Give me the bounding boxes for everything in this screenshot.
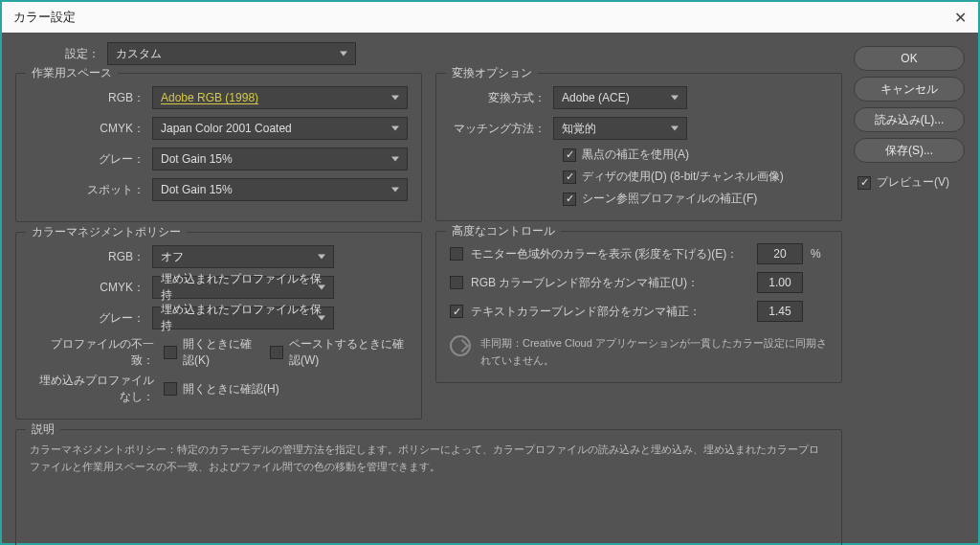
scene-checkbox[interactable] (563, 193, 576, 206)
rgb-gamma-label: RGB カラーブレンド部分をガンマ補正(U)： (471, 275, 749, 291)
sync-icon (450, 335, 471, 356)
bpc-label: 黒点の補正を使用(A) (582, 147, 689, 163)
missing-label: 埋め込みプロファイルなし： (30, 373, 154, 405)
policy-cmyk-label: CMYK： (30, 280, 145, 296)
policy-cmyk-select[interactable]: 埋め込まれたプロファイルを保持 (152, 276, 334, 299)
engine-label: 変換方式： (450, 90, 546, 106)
dither-checkbox[interactable] (563, 170, 576, 184)
ask-open2-label: 開くときに確認(H) (183, 381, 279, 397)
dither-label: ディザの使用(D) (8-bit/チャンネル画像) (582, 169, 784, 185)
text-gamma-label: テキストカラーブレンド部分をガンマ補正： (471, 304, 749, 320)
save-button[interactable]: 保存(S)... (854, 138, 965, 163)
advanced-title: 高度なコントロール (446, 223, 561, 239)
cancel-button[interactable]: キャンセル (854, 77, 965, 102)
scene-label: シーン参照プロファイルの補正(F) (582, 191, 757, 207)
ask-open-label: 開くときに確認(K) (183, 336, 260, 369)
rgb-gamma-input[interactable] (757, 272, 803, 293)
ask-paste-checkbox[interactable] (270, 346, 283, 359)
convert-fieldset: 変換オプション 変換方式： Adobe (ACE) マッチング方法： 知覚的 黒… (435, 73, 842, 221)
percent-unit: % (811, 247, 828, 261)
gray-select[interactable]: Dot Gain 15% (152, 148, 408, 170)
spot-label: スポット： (30, 182, 145, 198)
color-settings-dialog: カラー設定 ✕ 設定： カスタム 作業用スペース RGB： Adobe RGB … (0, 0, 980, 545)
mismatch-label: プロファイルの不一致： (30, 336, 154, 369)
rgb-select[interactable]: Adobe RGB (1998) (152, 86, 408, 109)
advanced-fieldset: 高度なコントロール モニター色域外のカラーを表示 (彩度を下げる)(E)： % … (435, 231, 842, 383)
policy-fieldset: カラーマネジメントポリシー RGB： オフ CMYK： 埋め込まれたプロファイル… (15, 232, 422, 420)
sync-text: 非同期：Creative Cloud アプリケーションが一貫したカラー設定に同期… (480, 335, 828, 369)
spot-select[interactable]: Dot Gain 15% (152, 178, 408, 201)
rgb-label: RGB： (30, 90, 145, 106)
ask-open2-checkbox[interactable] (164, 382, 177, 396)
titlebar: カラー設定 ✕ (2, 2, 978, 33)
rgb-gamma-checkbox[interactable] (450, 276, 463, 289)
policy-rgb-label: RGB： (30, 249, 145, 265)
bpc-checkbox[interactable] (563, 148, 576, 162)
gray-label: グレー： (30, 151, 145, 168)
text-gamma-input[interactable] (757, 301, 803, 322)
desat-checkbox[interactable] (450, 247, 463, 261)
text-gamma-checkbox[interactable] (450, 305, 463, 318)
cmyk-select[interactable]: Japan Color 2001 Coated (152, 117, 408, 140)
policy-gray-label: グレー： (30, 310, 145, 327)
settings-label: 設定： (54, 46, 100, 62)
workspace-fieldset: 作業用スペース RGB： Adobe RGB (1998) CMYK： Japa… (15, 73, 422, 222)
policy-rgb-select[interactable]: オフ (152, 245, 334, 268)
intent-select[interactable]: 知覚的 (553, 117, 687, 140)
policy-title: カラーマネジメントポリシー (26, 224, 187, 240)
settings-select[interactable]: カスタム (107, 42, 356, 65)
ok-button[interactable]: OK (854, 46, 965, 71)
workspace-title: 作業用スペース (26, 65, 118, 81)
convert-title: 変換オプション (446, 65, 538, 81)
description-title: 説明 (26, 421, 60, 438)
ask-paste-label: ペーストするときに確認(W) (289, 336, 408, 369)
dialog-title: カラー設定 (13, 9, 76, 26)
preview-checkbox[interactable] (858, 176, 871, 190)
intent-label: マッチング方法： (450, 121, 546, 137)
ask-open-checkbox[interactable] (164, 346, 177, 359)
preview-label: プレビュー(V) (877, 174, 949, 191)
desat-label: モニター色域外のカラーを表示 (彩度を下げる)(E)： (471, 246, 749, 262)
desat-input[interactable] (757, 243, 803, 264)
cmyk-label: CMYK： (30, 121, 145, 137)
load-button[interactable]: 読み込み(L)... (854, 107, 965, 132)
engine-select[interactable]: Adobe (ACE) (553, 86, 687, 109)
description-fieldset: 説明 カラーマネジメントポリシー：特定のカラーモデルの管理方法を指定します。ポリ… (15, 429, 842, 545)
description-text: カラーマネジメントポリシー：特定のカラーモデルの管理方法を指定します。ポリシーに… (30, 442, 828, 475)
policy-gray-select[interactable]: 埋め込まれたプロファイルを保持 (152, 307, 334, 329)
close-icon[interactable]: ✕ (954, 9, 967, 27)
